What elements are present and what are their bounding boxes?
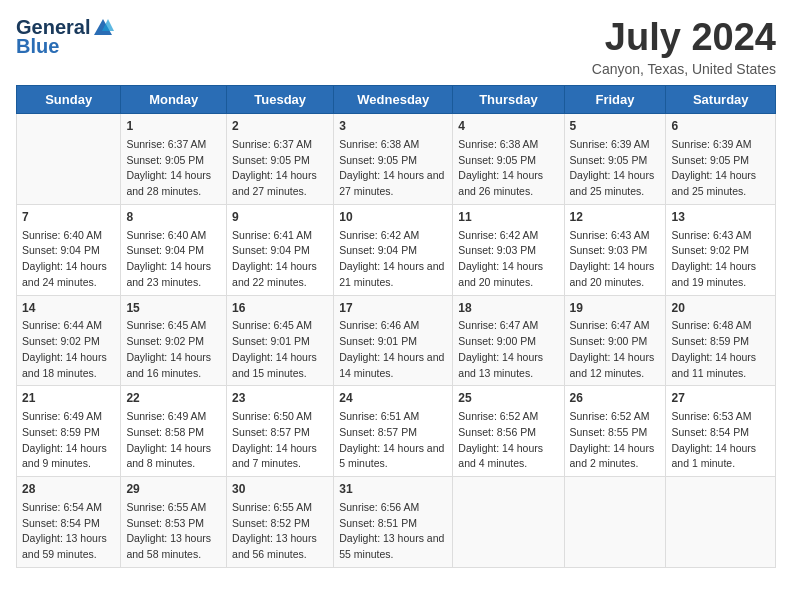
day-info: Sunrise: 6:55 AMSunset: 8:52 PMDaylight:… [232, 500, 328, 563]
day-header-monday: Monday [121, 86, 227, 114]
day-number: 21 [22, 390, 115, 407]
day-header-tuesday: Tuesday [227, 86, 334, 114]
days-header-row: SundayMondayTuesdayWednesdayThursdayFrid… [17, 86, 776, 114]
calendar-cell: 4Sunrise: 6:38 AMSunset: 9:05 PMDaylight… [453, 114, 564, 205]
day-info: Sunrise: 6:52 AMSunset: 8:55 PMDaylight:… [570, 409, 661, 472]
day-number: 14 [22, 300, 115, 317]
day-number: 30 [232, 481, 328, 498]
day-number: 9 [232, 209, 328, 226]
day-info: Sunrise: 6:47 AMSunset: 9:00 PMDaylight:… [458, 318, 558, 381]
calendar-cell: 8Sunrise: 6:40 AMSunset: 9:04 PMDaylight… [121, 204, 227, 295]
day-number: 15 [126, 300, 221, 317]
calendar-cell: 9Sunrise: 6:41 AMSunset: 9:04 PMDaylight… [227, 204, 334, 295]
day-number: 24 [339, 390, 447, 407]
day-number: 27 [671, 390, 770, 407]
calendar-cell: 14Sunrise: 6:44 AMSunset: 9:02 PMDayligh… [17, 295, 121, 386]
title-area: July 2024 Canyon, Texas, United States [592, 16, 776, 77]
day-number: 4 [458, 118, 558, 135]
logo-icon [92, 17, 114, 39]
calendar-table: SundayMondayTuesdayWednesdayThursdayFrid… [16, 85, 776, 568]
week-row-1: 1Sunrise: 6:37 AMSunset: 9:05 PMDaylight… [17, 114, 776, 205]
calendar-cell [564, 477, 666, 568]
calendar-cell: 13Sunrise: 6:43 AMSunset: 9:02 PMDayligh… [666, 204, 776, 295]
day-info: Sunrise: 6:49 AMSunset: 8:59 PMDaylight:… [22, 409, 115, 472]
calendar-cell: 21Sunrise: 6:49 AMSunset: 8:59 PMDayligh… [17, 386, 121, 477]
day-info: Sunrise: 6:37 AMSunset: 9:05 PMDaylight:… [232, 137, 328, 200]
calendar-cell: 29Sunrise: 6:55 AMSunset: 8:53 PMDayligh… [121, 477, 227, 568]
logo: General Blue [16, 16, 114, 58]
day-info: Sunrise: 6:39 AMSunset: 9:05 PMDaylight:… [671, 137, 770, 200]
month-title: July 2024 [592, 16, 776, 59]
day-info: Sunrise: 6:42 AMSunset: 9:04 PMDaylight:… [339, 228, 447, 291]
day-header-friday: Friday [564, 86, 666, 114]
day-info: Sunrise: 6:41 AMSunset: 9:04 PMDaylight:… [232, 228, 328, 291]
calendar-cell: 16Sunrise: 6:45 AMSunset: 9:01 PMDayligh… [227, 295, 334, 386]
day-info: Sunrise: 6:54 AMSunset: 8:54 PMDaylight:… [22, 500, 115, 563]
calendar-cell: 23Sunrise: 6:50 AMSunset: 8:57 PMDayligh… [227, 386, 334, 477]
day-info: Sunrise: 6:43 AMSunset: 9:02 PMDaylight:… [671, 228, 770, 291]
calendar-body: 1Sunrise: 6:37 AMSunset: 9:05 PMDaylight… [17, 114, 776, 568]
day-info: Sunrise: 6:45 AMSunset: 9:02 PMDaylight:… [126, 318, 221, 381]
day-number: 28 [22, 481, 115, 498]
day-header-saturday: Saturday [666, 86, 776, 114]
day-info: Sunrise: 6:38 AMSunset: 9:05 PMDaylight:… [458, 137, 558, 200]
day-number: 7 [22, 209, 115, 226]
day-info: Sunrise: 6:51 AMSunset: 8:57 PMDaylight:… [339, 409, 447, 472]
calendar-cell: 26Sunrise: 6:52 AMSunset: 8:55 PMDayligh… [564, 386, 666, 477]
day-number: 19 [570, 300, 661, 317]
calendar-cell: 28Sunrise: 6:54 AMSunset: 8:54 PMDayligh… [17, 477, 121, 568]
day-info: Sunrise: 6:52 AMSunset: 8:56 PMDaylight:… [458, 409, 558, 472]
calendar-cell: 18Sunrise: 6:47 AMSunset: 9:00 PMDayligh… [453, 295, 564, 386]
day-info: Sunrise: 6:40 AMSunset: 9:04 PMDaylight:… [22, 228, 115, 291]
calendar-cell: 17Sunrise: 6:46 AMSunset: 9:01 PMDayligh… [334, 295, 453, 386]
day-info: Sunrise: 6:40 AMSunset: 9:04 PMDaylight:… [126, 228, 221, 291]
day-info: Sunrise: 6:44 AMSunset: 9:02 PMDaylight:… [22, 318, 115, 381]
calendar-cell: 3Sunrise: 6:38 AMSunset: 9:05 PMDaylight… [334, 114, 453, 205]
day-info: Sunrise: 6:37 AMSunset: 9:05 PMDaylight:… [126, 137, 221, 200]
day-number: 26 [570, 390, 661, 407]
day-info: Sunrise: 6:46 AMSunset: 9:01 PMDaylight:… [339, 318, 447, 381]
calendar-cell: 7Sunrise: 6:40 AMSunset: 9:04 PMDaylight… [17, 204, 121, 295]
day-info: Sunrise: 6:50 AMSunset: 8:57 PMDaylight:… [232, 409, 328, 472]
calendar-cell: 1Sunrise: 6:37 AMSunset: 9:05 PMDaylight… [121, 114, 227, 205]
day-number: 10 [339, 209, 447, 226]
calendar-cell: 31Sunrise: 6:56 AMSunset: 8:51 PMDayligh… [334, 477, 453, 568]
day-info: Sunrise: 6:49 AMSunset: 8:58 PMDaylight:… [126, 409, 221, 472]
day-header-sunday: Sunday [17, 86, 121, 114]
day-number: 18 [458, 300, 558, 317]
calendar-cell: 6Sunrise: 6:39 AMSunset: 9:05 PMDaylight… [666, 114, 776, 205]
calendar-cell: 15Sunrise: 6:45 AMSunset: 9:02 PMDayligh… [121, 295, 227, 386]
day-number: 8 [126, 209, 221, 226]
day-header-thursday: Thursday [453, 86, 564, 114]
day-number: 22 [126, 390, 221, 407]
day-number: 31 [339, 481, 447, 498]
calendar-cell: 22Sunrise: 6:49 AMSunset: 8:58 PMDayligh… [121, 386, 227, 477]
day-info: Sunrise: 6:38 AMSunset: 9:05 PMDaylight:… [339, 137, 447, 200]
calendar-cell: 5Sunrise: 6:39 AMSunset: 9:05 PMDaylight… [564, 114, 666, 205]
day-info: Sunrise: 6:55 AMSunset: 8:53 PMDaylight:… [126, 500, 221, 563]
day-number: 3 [339, 118, 447, 135]
day-number: 17 [339, 300, 447, 317]
calendar-cell: 20Sunrise: 6:48 AMSunset: 8:59 PMDayligh… [666, 295, 776, 386]
calendar-cell: 24Sunrise: 6:51 AMSunset: 8:57 PMDayligh… [334, 386, 453, 477]
calendar-cell [17, 114, 121, 205]
day-info: Sunrise: 6:45 AMSunset: 9:01 PMDaylight:… [232, 318, 328, 381]
calendar-cell [453, 477, 564, 568]
day-info: Sunrise: 6:48 AMSunset: 8:59 PMDaylight:… [671, 318, 770, 381]
day-number: 20 [671, 300, 770, 317]
day-number: 12 [570, 209, 661, 226]
week-row-4: 21Sunrise: 6:49 AMSunset: 8:59 PMDayligh… [17, 386, 776, 477]
calendar-cell: 10Sunrise: 6:42 AMSunset: 9:04 PMDayligh… [334, 204, 453, 295]
day-number: 2 [232, 118, 328, 135]
day-info: Sunrise: 6:56 AMSunset: 8:51 PMDaylight:… [339, 500, 447, 563]
calendar-cell: 12Sunrise: 6:43 AMSunset: 9:03 PMDayligh… [564, 204, 666, 295]
day-number: 25 [458, 390, 558, 407]
week-row-2: 7Sunrise: 6:40 AMSunset: 9:04 PMDaylight… [17, 204, 776, 295]
day-info: Sunrise: 6:42 AMSunset: 9:03 PMDaylight:… [458, 228, 558, 291]
day-number: 11 [458, 209, 558, 226]
day-number: 23 [232, 390, 328, 407]
day-info: Sunrise: 6:43 AMSunset: 9:03 PMDaylight:… [570, 228, 661, 291]
day-header-wednesday: Wednesday [334, 86, 453, 114]
calendar-cell: 11Sunrise: 6:42 AMSunset: 9:03 PMDayligh… [453, 204, 564, 295]
calendar-cell: 2Sunrise: 6:37 AMSunset: 9:05 PMDaylight… [227, 114, 334, 205]
